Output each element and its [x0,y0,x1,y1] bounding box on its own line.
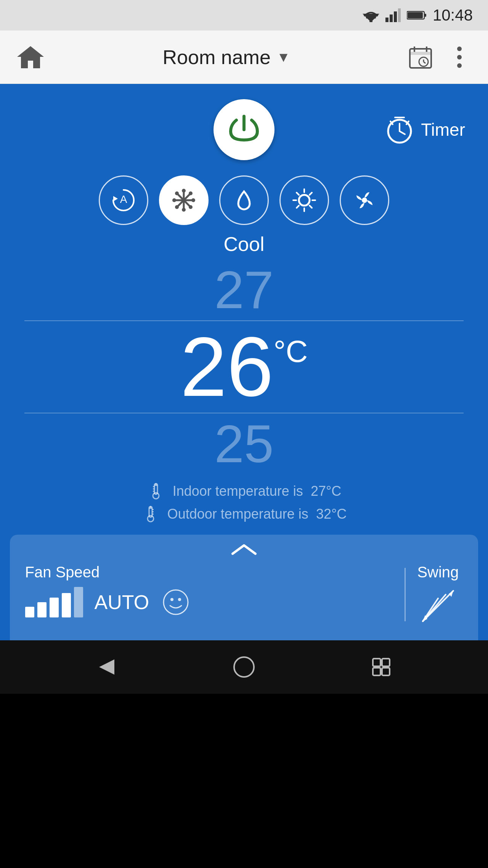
svg-marker-69 [449,591,453,597]
svg-marker-71 [99,659,114,675]
fan-bar-4 [62,593,71,617]
wifi-icon [363,8,379,22]
home-nav-button[interactable] [229,652,259,682]
fan-bar-1 [25,607,34,617]
swing-label: Swing [417,564,459,581]
mode-fan-button[interactable] [340,175,389,225]
app-bar: Room name ▼ [0,31,488,84]
panel-expand-button[interactable] [229,542,259,558]
signal-icon [385,8,401,22]
svg-point-40 [175,205,179,209]
svg-point-36 [191,198,195,202]
svg-point-63 [164,590,188,614]
svg-point-20 [457,63,462,68]
app-bar-actions [407,44,473,71]
home-button[interactable] [15,42,46,72]
svg-line-17 [424,62,425,63]
outdoor-temp-row: Outdoor temperature is 32°C [141,505,347,523]
outdoor-temp-label: Outdoor temperature is [167,506,308,522]
top-controls: Timer [0,99,488,160]
svg-point-37 [175,191,179,195]
outdoor-thermometer-icon [141,505,160,523]
svg-rect-75 [373,668,380,675]
temp-current: 26 °C [180,325,308,409]
back-button[interactable] [92,652,122,682]
svg-line-49 [297,206,299,208]
temp-divider-bottom [24,413,464,413]
svg-point-18 [457,47,462,51]
temp-info: Indoor temperature is 27°C Outdoor tempe… [141,482,347,523]
svg-point-58 [148,516,154,522]
fan-bar-2 [37,602,47,617]
fan-bar-5 [74,587,83,617]
svg-rect-6 [398,8,401,22]
svg-line-46 [297,193,299,195]
mode-label: Cool [224,233,265,256]
svg-point-52 [153,493,159,499]
indoor-thermometer-icon [147,482,165,500]
indoor-temp-value: 27°C [311,483,341,499]
auto-face-icon [161,587,191,617]
svg-point-41 [299,195,310,206]
temp-below: 25 [214,417,274,471]
svg-point-72 [234,657,254,677]
mode-icons: A [99,175,389,225]
svg-rect-74 [382,659,390,666]
timer-label: Timer [421,119,465,140]
svg-point-39 [189,191,193,195]
svg-point-19 [457,55,462,59]
svg-point-50 [362,198,367,203]
swing-icon[interactable] [417,587,463,625]
temp-above: 27 [214,263,274,317]
svg-rect-3 [385,18,388,22]
recents-button[interactable] [366,652,396,682]
svg-line-48 [310,193,312,195]
timer-button[interactable]: Timer [384,114,465,145]
svg-point-35 [172,198,176,202]
power-button[interactable] [214,99,274,160]
status-bar: 10:48 [0,0,488,31]
panel-divider [405,568,406,621]
svg-rect-4 [390,14,393,22]
svg-rect-5 [394,11,397,22]
svg-rect-76 [382,668,390,675]
svg-line-23 [400,131,405,134]
svg-marker-10 [17,46,44,68]
svg-line-47 [310,206,312,208]
status-time: 10:48 [433,6,473,24]
svg-text:A: A [120,193,127,205]
room-title: Room name [163,46,271,69]
mode-cool-button[interactable] [159,175,209,225]
temp-unit: °C [273,336,308,367]
auto-label: AUTO [95,591,149,614]
fan-controls: AUTO [25,587,393,617]
mode-heat-button[interactable] [279,175,329,225]
svg-rect-9 [408,12,423,18]
svg-marker-28 [113,196,118,201]
main-content: Timer A [0,84,488,640]
schedule-button[interactable] [407,44,434,71]
svg-point-33 [182,189,186,193]
svg-rect-73 [373,659,380,666]
indoor-temp-label: Indoor temperature is [173,483,303,499]
overflow-menu-button[interactable] [446,44,473,71]
outdoor-temp-value: 32°C [316,506,347,522]
fan-speed-label: Fan Speed [25,564,393,581]
fan-bar-3 [50,598,59,617]
panel-body: Fan Speed AUTO [25,564,463,625]
svg-point-34 [182,208,186,212]
fan-speed-bars [25,587,83,617]
fan-section: Fan Speed AUTO [25,564,393,617]
svg-point-64 [170,598,173,601]
mode-auto-button[interactable]: A [99,175,148,225]
svg-point-38 [189,205,193,209]
temperature-scroll[interactable]: 27 26 °C 25 [0,263,488,482]
bottom-panel: Fan Speed AUTO [10,535,478,640]
battery-icon [407,10,427,21]
indoor-temp-row: Indoor temperature is 27°C [147,482,342,500]
svg-rect-12 [410,52,431,55]
svg-rect-8 [424,14,426,17]
room-name-area: Room name ▼ [46,46,407,69]
mode-dry-button[interactable] [219,175,269,225]
dropdown-arrow-icon[interactable]: ▼ [277,49,291,65]
